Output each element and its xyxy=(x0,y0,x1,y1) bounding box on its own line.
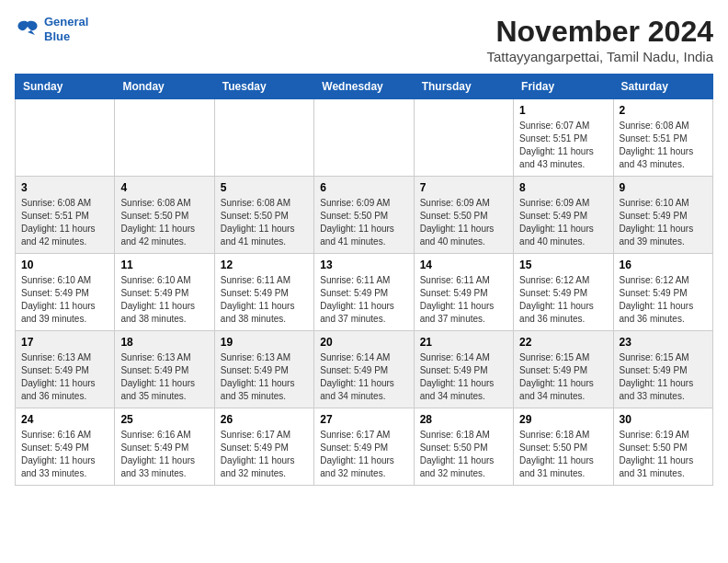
day-cell: 28Sunrise: 6:18 AMSunset: 5:50 PMDayligh… xyxy=(414,408,513,486)
logo-bird-icon xyxy=(15,18,40,40)
page-subtitle: Tattayyangarpettai, Tamil Nadu, India xyxy=(486,49,713,64)
calendar-table: SundayMondayTuesdayWednesdayThursdayFrid… xyxy=(15,74,713,486)
day-cell: 19Sunrise: 6:13 AMSunset: 5:49 PMDayligh… xyxy=(214,331,313,408)
logo: General Blue xyxy=(15,15,88,43)
day-cell: 5Sunrise: 6:08 AMSunset: 5:50 PMDaylight… xyxy=(214,177,313,254)
day-number: 3 xyxy=(21,181,108,194)
logo-text: General Blue xyxy=(44,15,88,43)
day-number: 28 xyxy=(420,413,507,426)
day-info: Sunrise: 6:11 AMSunset: 5:49 PMDaylight:… xyxy=(320,274,407,326)
header-cell-thursday: Thursday xyxy=(414,75,513,99)
day-number: 15 xyxy=(519,259,607,271)
day-number: 17 xyxy=(21,336,108,349)
day-info: Sunrise: 6:11 AMSunset: 5:49 PMDaylight:… xyxy=(420,274,507,326)
day-cell: 25Sunrise: 6:16 AMSunset: 5:49 PMDayligh… xyxy=(115,408,214,486)
day-number: 12 xyxy=(221,259,308,271)
day-info: Sunrise: 6:08 AMSunset: 5:51 PMDaylight:… xyxy=(21,197,108,248)
week-row-5: 24Sunrise: 6:16 AMSunset: 5:49 PMDayligh… xyxy=(16,408,713,486)
day-info: Sunrise: 6:09 AMSunset: 5:50 PMDaylight:… xyxy=(320,197,407,248)
day-info: Sunrise: 6:10 AMSunset: 5:49 PMDaylight:… xyxy=(120,274,208,326)
day-cell: 8Sunrise: 6:09 AMSunset: 5:49 PMDaylight… xyxy=(514,177,613,254)
day-cell: 10Sunrise: 6:10 AMSunset: 5:49 PMDayligh… xyxy=(16,254,115,331)
week-row-4: 17Sunrise: 6:13 AMSunset: 5:49 PMDayligh… xyxy=(16,331,713,408)
day-number: 27 xyxy=(320,413,407,426)
page-header: General Blue November 2024 Tattayyangarp… xyxy=(15,15,713,64)
day-info: Sunrise: 6:08 AMSunset: 5:50 PMDaylight:… xyxy=(221,197,308,248)
day-number: 20 xyxy=(320,336,407,349)
day-cell xyxy=(115,99,214,177)
day-cell: 23Sunrise: 6:15 AMSunset: 5:49 PMDayligh… xyxy=(613,331,712,408)
day-number: 1 xyxy=(519,104,607,117)
logo-blue: Blue xyxy=(44,29,70,43)
day-cell: 18Sunrise: 6:13 AMSunset: 5:49 PMDayligh… xyxy=(115,331,214,408)
day-number: 6 xyxy=(320,181,407,194)
day-info: Sunrise: 6:11 AMSunset: 5:49 PMDaylight:… xyxy=(221,274,308,326)
day-number: 4 xyxy=(120,181,208,194)
week-row-1: 1Sunrise: 6:07 AMSunset: 5:51 PMDaylight… xyxy=(16,99,713,177)
day-number: 25 xyxy=(120,413,208,426)
day-info: Sunrise: 6:13 AMSunset: 5:49 PMDaylight:… xyxy=(120,351,208,403)
day-info: Sunrise: 6:19 AMSunset: 5:50 PMDaylight:… xyxy=(620,429,707,480)
day-cell: 9Sunrise: 6:10 AMSunset: 5:49 PMDaylight… xyxy=(613,177,712,254)
day-info: Sunrise: 6:12 AMSunset: 5:49 PMDaylight:… xyxy=(620,274,707,326)
header-cell-tuesday: Tuesday xyxy=(214,75,313,99)
day-cell: 4Sunrise: 6:08 AMSunset: 5:50 PMDaylight… xyxy=(115,177,214,254)
day-number: 14 xyxy=(420,259,507,271)
header-cell-monday: Monday xyxy=(115,75,214,99)
day-info: Sunrise: 6:13 AMSunset: 5:49 PMDaylight:… xyxy=(21,351,108,403)
day-number: 9 xyxy=(620,181,707,194)
day-number: 19 xyxy=(221,336,308,349)
day-number: 5 xyxy=(221,181,308,194)
logo-general: General xyxy=(44,15,88,29)
day-info: Sunrise: 6:18 AMSunset: 5:50 PMDaylight:… xyxy=(519,429,607,480)
day-cell: 27Sunrise: 6:17 AMSunset: 5:49 PMDayligh… xyxy=(314,408,414,486)
day-number: 7 xyxy=(420,181,507,194)
page-title: November 2024 xyxy=(486,15,713,49)
day-info: Sunrise: 6:07 AMSunset: 5:51 PMDaylight:… xyxy=(519,120,607,171)
day-info: Sunrise: 6:17 AMSunset: 5:49 PMDaylight:… xyxy=(221,429,308,480)
day-cell: 11Sunrise: 6:10 AMSunset: 5:49 PMDayligh… xyxy=(115,254,214,331)
week-row-3: 10Sunrise: 6:10 AMSunset: 5:49 PMDayligh… xyxy=(16,254,713,331)
day-cell: 21Sunrise: 6:14 AMSunset: 5:49 PMDayligh… xyxy=(414,331,513,408)
header-cell-friday: Friday xyxy=(514,75,613,99)
day-info: Sunrise: 6:08 AMSunset: 5:50 PMDaylight:… xyxy=(120,197,208,248)
header-cell-wednesday: Wednesday xyxy=(314,75,414,99)
day-number: 13 xyxy=(320,259,407,271)
day-info: Sunrise: 6:16 AMSunset: 5:49 PMDaylight:… xyxy=(120,429,208,480)
day-number: 24 xyxy=(21,413,108,426)
day-cell: 20Sunrise: 6:14 AMSunset: 5:49 PMDayligh… xyxy=(314,331,414,408)
day-cell: 1Sunrise: 6:07 AMSunset: 5:51 PMDaylight… xyxy=(514,99,613,177)
day-cell xyxy=(314,99,414,177)
day-cell: 29Sunrise: 6:18 AMSunset: 5:50 PMDayligh… xyxy=(514,408,613,486)
day-cell xyxy=(16,99,115,177)
day-cell: 7Sunrise: 6:09 AMSunset: 5:50 PMDaylight… xyxy=(414,177,513,254)
day-number: 10 xyxy=(21,259,108,271)
day-cell: 6Sunrise: 6:09 AMSunset: 5:50 PMDaylight… xyxy=(314,177,414,254)
day-number: 8 xyxy=(519,181,607,194)
day-cell xyxy=(414,99,513,177)
day-info: Sunrise: 6:12 AMSunset: 5:49 PMDaylight:… xyxy=(519,274,607,326)
day-info: Sunrise: 6:15 AMSunset: 5:49 PMDaylight:… xyxy=(620,351,707,403)
week-row-2: 3Sunrise: 6:08 AMSunset: 5:51 PMDaylight… xyxy=(16,177,713,254)
day-info: Sunrise: 6:08 AMSunset: 5:51 PMDaylight:… xyxy=(620,120,707,171)
day-cell: 26Sunrise: 6:17 AMSunset: 5:49 PMDayligh… xyxy=(214,408,313,486)
day-number: 22 xyxy=(519,336,607,349)
day-info: Sunrise: 6:14 AMSunset: 5:49 PMDaylight:… xyxy=(420,351,507,403)
day-info: Sunrise: 6:17 AMSunset: 5:49 PMDaylight:… xyxy=(320,429,407,480)
day-number: 26 xyxy=(221,413,308,426)
day-cell: 2Sunrise: 6:08 AMSunset: 5:51 PMDaylight… xyxy=(613,99,712,177)
day-info: Sunrise: 6:16 AMSunset: 5:49 PMDaylight:… xyxy=(21,429,108,480)
header-row: SundayMondayTuesdayWednesdayThursdayFrid… xyxy=(16,75,713,99)
day-cell: 22Sunrise: 6:15 AMSunset: 5:49 PMDayligh… xyxy=(514,331,613,408)
day-number: 21 xyxy=(420,336,507,349)
day-info: Sunrise: 6:09 AMSunset: 5:50 PMDaylight:… xyxy=(420,197,507,248)
day-cell: 16Sunrise: 6:12 AMSunset: 5:49 PMDayligh… xyxy=(613,254,712,331)
day-number: 18 xyxy=(120,336,208,349)
day-cell: 30Sunrise: 6:19 AMSunset: 5:50 PMDayligh… xyxy=(613,408,712,486)
header-cell-sunday: Sunday xyxy=(16,75,115,99)
title-block: November 2024 Tattayyangarpettai, Tamil … xyxy=(486,15,713,64)
day-info: Sunrise: 6:09 AMSunset: 5:49 PMDaylight:… xyxy=(519,197,607,248)
calendar-header: SundayMondayTuesdayWednesdayThursdayFrid… xyxy=(16,75,713,99)
day-cell: 24Sunrise: 6:16 AMSunset: 5:49 PMDayligh… xyxy=(16,408,115,486)
header-cell-saturday: Saturday xyxy=(613,75,712,99)
